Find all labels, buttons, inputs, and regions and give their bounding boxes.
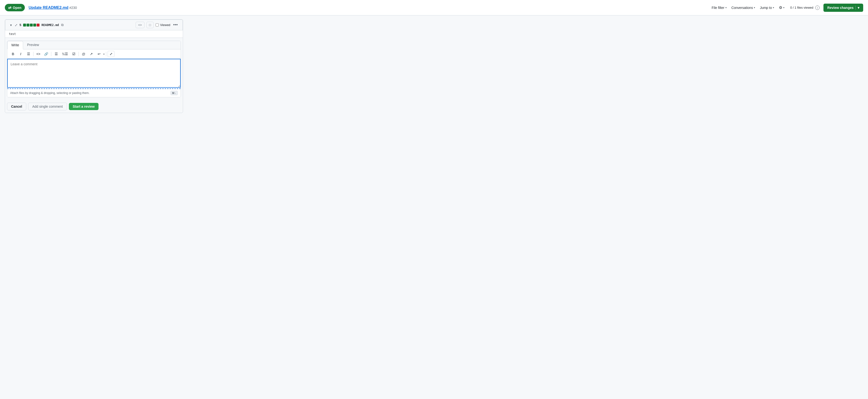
- add-single-comment-button[interactable]: Add single comment: [28, 103, 67, 110]
- open-label: Open: [13, 6, 22, 10]
- comment-textarea[interactable]: [7, 59, 181, 88]
- gear-icon: ⚙: [779, 5, 782, 10]
- collapse-button[interactable]: ▾: [9, 23, 13, 28]
- pr-nav-links: File filter ▾ Conversations ▾ Jump to ▾ …: [710, 4, 786, 11]
- jump-to-menu[interactable]: Jump to ▾: [758, 5, 776, 10]
- link-button[interactable]: 🔗: [43, 51, 50, 57]
- diff-block-red-1: [37, 24, 39, 27]
- open-icon: ⇄: [8, 5, 11, 10]
- diff-blocks: [23, 24, 39, 27]
- cancel-button[interactable]: Cancel: [7, 103, 26, 110]
- file-filter-chevron: ▾: [725, 6, 726, 9]
- conversations-menu[interactable]: Conversations ▾: [730, 5, 757, 10]
- file-header-left: ▾ ⤢ 5 README2.md ⧉: [9, 22, 134, 28]
- start-review-button[interactable]: Start a review: [69, 103, 98, 110]
- toolbar-separator-3: [79, 52, 79, 56]
- file-view-button[interactable]: □: [147, 22, 154, 28]
- undo-chevron: ▾: [103, 53, 104, 55]
- page-layout: ▾ ⤢ 5 README2.md ⧉: [0, 16, 868, 117]
- diff-block-green-1: [23, 24, 26, 27]
- expand-icon[interactable]: ⤢: [15, 23, 18, 27]
- top-bar: ⇄ Open Update README2.md #230 File filte…: [0, 0, 868, 16]
- code-preview: test: [5, 30, 183, 38]
- settings-chevron: ▾: [783, 6, 784, 9]
- jump-to-chevron: ▾: [773, 6, 774, 9]
- bullet-list-button[interactable]: ☰: [53, 51, 60, 57]
- code-view-icon: <>: [138, 23, 142, 27]
- file-header: ▾ ⤢ 5 README2.md ⧉: [5, 20, 183, 30]
- file-header-right: <> □ Viewed •••: [135, 22, 179, 28]
- tab-preview[interactable]: Preview: [23, 41, 43, 49]
- code-view-button[interactable]: <>: [135, 22, 145, 28]
- viewed-input[interactable]: [156, 23, 159, 27]
- pr-title[interactable]: Update README2.md: [29, 5, 68, 10]
- numbered-list-button[interactable]: ½☰: [60, 51, 69, 57]
- review-changes-button[interactable]: Review changes ▾: [824, 4, 863, 12]
- editor-toolbar: B I ☰ <> 🔗: [7, 50, 181, 59]
- diff-file: ▾ ⤢ 5 README2.md ⧉: [5, 19, 183, 113]
- conversations-chevron: ▾: [754, 6, 755, 9]
- reference-button[interactable]: ↗: [88, 51, 95, 57]
- viewed-checkbox[interactable]: Viewed: [156, 23, 170, 27]
- action-buttons: Cancel Add single comment Start a review: [5, 100, 183, 113]
- diff-block-green-2: [27, 24, 29, 27]
- pr-title-area: Update README2.md #230: [29, 5, 706, 10]
- btn-divider: [856, 5, 856, 10]
- attach-bar: Attach files by dragging & dropping, sel…: [7, 88, 181, 97]
- task-list-button[interactable]: ☑: [70, 51, 77, 57]
- copy-filename-button[interactable]: ⧉: [61, 22, 64, 28]
- comment-box: Write Preview B I: [7, 41, 181, 97]
- files-viewed: 0 / 1 files viewed i: [790, 5, 819, 10]
- heading-button[interactable]: ☰: [25, 51, 32, 57]
- pr-number: #230: [69, 6, 77, 10]
- tab-write[interactable]: Write: [7, 41, 23, 50]
- toolbar-separator-4: [106, 52, 106, 56]
- diff-block-green-4: [33, 24, 36, 27]
- file-filter-menu[interactable]: File filter ▾: [710, 5, 728, 10]
- info-icon[interactable]: i: [815, 5, 819, 10]
- open-badge: ⇄ Open: [5, 4, 25, 11]
- left-panel: ▾ ⤢ 5 README2.md ⧉: [0, 16, 188, 117]
- undo-button[interactable]: ↩: [96, 51, 102, 57]
- italic-button[interactable]: I: [17, 51, 24, 57]
- expand-editor-button[interactable]: ⤢: [107, 51, 115, 57]
- right-panel: [188, 16, 868, 117]
- mention-button[interactable]: @: [80, 51, 87, 57]
- more-options-button[interactable]: •••: [172, 22, 179, 28]
- comment-tabs: Write Preview: [7, 41, 181, 50]
- file-view-icon: □: [149, 23, 151, 27]
- review-changes-chevron: ▾: [858, 6, 859, 10]
- bold-button[interactable]: B: [10, 51, 17, 57]
- markdown-badge: M↓: [170, 91, 178, 95]
- settings-menu[interactable]: ⚙ ▾: [777, 4, 786, 11]
- main-content: ▾ ⤢ 5 README2.md ⧉: [0, 16, 188, 117]
- code-button[interactable]: <>: [35, 51, 42, 57]
- diff-block-green-3: [30, 24, 33, 27]
